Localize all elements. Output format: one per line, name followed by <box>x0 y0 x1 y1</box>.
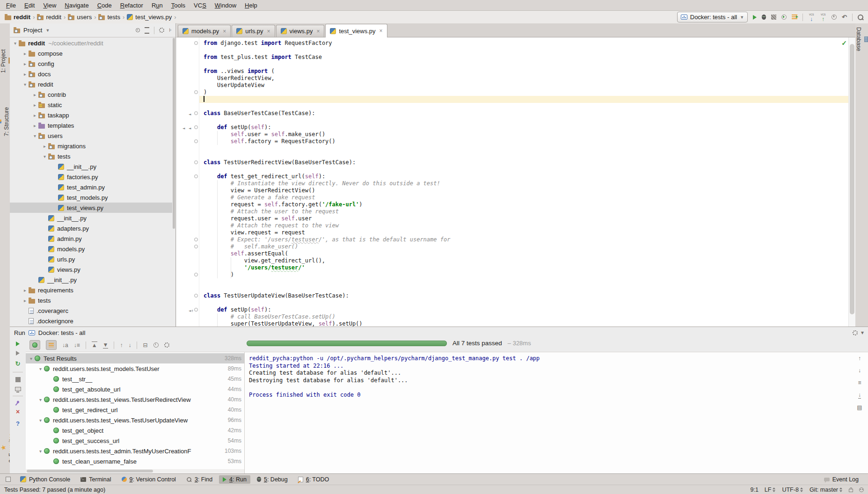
tree-item[interactable]: test_admin.py <box>10 182 172 192</box>
tree-item[interactable]: ▾reddit~/cookiecutter/reddit <box>10 38 172 48</box>
fold-marker-icon[interactable] <box>194 273 198 276</box>
breadcrumb-item[interactable]: reddit <box>5 14 30 21</box>
test-result-row[interactable]: ▾reddit.users.tests.test_admin.TestMyUse… <box>26 446 244 456</box>
tool-window-button-3-find[interactable]: 3: Find <box>182 475 216 484</box>
tree-chevron-icon[interactable]: ▾ <box>41 154 48 159</box>
scroll-from-source-button[interactable] <box>145 27 149 34</box>
menu-window[interactable]: Window <box>211 1 241 10</box>
caret-position[interactable]: 9:1 <box>750 487 758 493</box>
tree-item[interactable]: adapters.py <box>10 223 172 233</box>
test-result-row[interactable]: test_get_redirect_url40ms <box>26 405 244 415</box>
fold-marker-icon[interactable] <box>194 139 198 143</box>
fold-marker-icon[interactable] <box>194 160 198 164</box>
hector-inspections-icon[interactable] <box>859 487 864 492</box>
tree-chevron-icon[interactable]: ▾ <box>37 449 44 454</box>
tree-chevron-icon[interactable]: ▸ <box>31 92 38 97</box>
tree-item[interactable]: ▸requirements <box>10 285 172 295</box>
scroll-to-end-button[interactable]: ↓ <box>858 392 861 399</box>
tree-item[interactable]: __init__.py <box>10 213 172 223</box>
rerun-failed-tests-button[interactable] <box>16 351 20 356</box>
test-result-row[interactable]: ▾reddit.users.tests.test_models.TestUser… <box>26 363 244 374</box>
code-area[interactable]: from django.test import RequestFactoryfr… <box>176 37 855 327</box>
scrollbar-thumb[interactable] <box>27 470 153 472</box>
tree-chevron-icon[interactable]: ▾ <box>12 41 19 46</box>
menu-view[interactable]: View <box>39 1 60 10</box>
close-icon[interactable]: × <box>223 28 226 35</box>
test-result-row[interactable]: test_clean_username_false53ms <box>26 456 244 466</box>
test-result-row[interactable]: test__str__45ms <box>26 374 244 384</box>
concurrency-diagram-button[interactable] <box>792 15 797 20</box>
run-button[interactable] <box>753 15 757 20</box>
tool-window-button-5-debug[interactable]: 5: Debug <box>253 475 292 484</box>
tool-window-button-terminal[interactable]: Terminal <box>77 475 115 484</box>
tree-chevron-icon[interactable]: ▸ <box>22 288 29 293</box>
sidebar-tab-project[interactable]: 1: Project <box>0 41 10 81</box>
debug-button[interactable] <box>762 15 766 20</box>
tree-item[interactable]: models.py <box>10 244 172 254</box>
test-result-row[interactable]: test_get_success_url54ms <box>26 436 244 446</box>
sidebar-tab-database[interactable]: Database <box>855 27 868 51</box>
fold-marker-icon[interactable] <box>194 294 198 298</box>
editor-tab[interactable]: urls.py× <box>232 25 275 37</box>
menu-file[interactable]: File <box>2 1 20 10</box>
fold-marker-icon[interactable] <box>194 41 198 45</box>
import-results-button[interactable]: ⊟ <box>143 342 147 349</box>
tree-item[interactable]: ▸migrations <box>10 141 172 151</box>
run-configuration-select[interactable]: Docker: tests - all ▼ <box>677 12 748 22</box>
rerun-tests-button[interactable] <box>16 341 20 346</box>
tree-item[interactable]: __init__.py <box>10 275 172 285</box>
show-passed-toggle[interactable] <box>29 340 40 350</box>
tool-window-button-9-version-control[interactable]: 9: Version Control <box>118 475 180 484</box>
soft-wrap-button[interactable]: ≡ <box>858 379 861 386</box>
fold-marker-icon[interactable] <box>194 308 198 312</box>
tree-chevron-icon[interactable]: ▸ <box>31 123 38 128</box>
run-test-gutter-icon[interactable]: ◄ <box>182 125 185 132</box>
breadcrumb-item[interactable]: test_views.py <box>127 14 172 21</box>
test-console-output[interactable]: reddit_pycha:python -u /opt/.pycharm_hel… <box>244 352 851 473</box>
hide-panel-button[interactable]: ⊦ <box>169 27 172 33</box>
tree-item[interactable]: test_views.py <box>10 203 172 213</box>
show-console-button[interactable] <box>15 387 21 391</box>
pin-tab-button[interactable] <box>16 400 19 404</box>
sidebar-tab-favorites[interactable]: ★ 2: Favorites <box>0 426 10 470</box>
options-gear-button[interactable] <box>164 342 169 348</box>
tree-chevron-icon[interactable]: ▸ <box>41 144 48 149</box>
tree-chevron-icon[interactable]: ▸ <box>31 102 38 108</box>
next-failed-button[interactable]: ↓ <box>128 342 131 349</box>
gear-icon[interactable] <box>159 28 164 33</box>
lock-icon[interactable] <box>849 489 853 492</box>
sidebar-tab-structure[interactable]: 7: Structure <box>0 98 10 145</box>
tree-item[interactable]: .dockerignore <box>10 316 172 326</box>
tool-window-button-python-console[interactable]: Python Console <box>16 475 74 484</box>
print-button[interactable]: ▤ <box>857 404 862 411</box>
tree-chevron-icon[interactable]: ▾ <box>37 397 44 402</box>
scrollbar-thumb[interactable] <box>850 44 854 314</box>
tree-chevron-icon[interactable]: ▸ <box>22 51 29 56</box>
line-ending-select[interactable]: LF <box>765 487 776 493</box>
menu-refactor[interactable]: Refactor <box>116 1 147 10</box>
test-result-row[interactable]: test_get_object42ms <box>26 425 244 436</box>
tree-item[interactable]: ▸docs <box>10 69 172 79</box>
tree-chevron-icon[interactable]: ▾ <box>37 366 44 371</box>
tree-item[interactable]: ▸taskapp <box>10 110 172 120</box>
tool-windows-quick-access-icon[interactable] <box>6 477 11 482</box>
tree-item[interactable]: factories.py <box>10 172 172 182</box>
test-result-row[interactable]: test_get_absolute_url44ms <box>26 384 244 394</box>
toggle-auto-test-button[interactable]: ↻ <box>15 360 21 367</box>
fold-marker-icon[interactable] <box>194 111 198 115</box>
tree-chevron-icon[interactable]: ▾ <box>31 133 38 138</box>
close-icon[interactable]: × <box>316 28 320 35</box>
tree-item[interactable]: urls.py <box>10 254 172 264</box>
editor-tab[interactable]: views.py× <box>276 25 325 37</box>
tree-chevron-icon[interactable]: ▸ <box>22 61 29 66</box>
run-test-gutter-icon[interactable]: ◄ <box>189 111 191 118</box>
search-everywhere-icon[interactable] <box>858 15 863 20</box>
gear-icon[interactable] <box>853 330 858 335</box>
run-test-gutter-icon[interactable]: ◄ <box>189 125 191 132</box>
tree-item[interactable]: admin.py <box>10 233 172 244</box>
tree-item[interactable]: __init__.py <box>10 161 172 172</box>
tree-chevron-icon[interactable]: ▸ <box>22 72 29 77</box>
tree-item[interactable]: test_models.py <box>10 192 172 203</box>
menu-edit[interactable]: Edit <box>20 1 39 10</box>
tree-item[interactable]: ▸contrib <box>10 89 172 100</box>
